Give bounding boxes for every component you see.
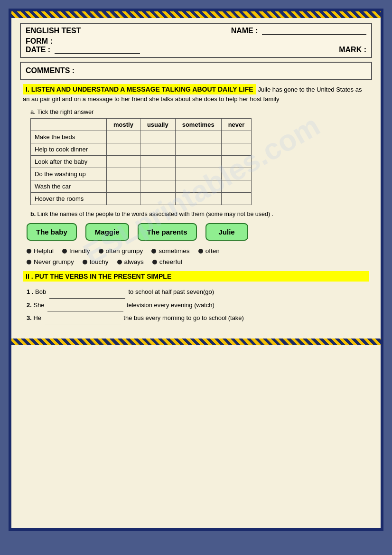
table-row: Help to cook dinner	[31, 143, 107, 155]
exercise-line: 1 . Bob to school at half past seven(go)	[27, 285, 369, 298]
word-item: Never grumpy	[27, 258, 74, 265]
answer-cell[interactable]	[221, 192, 252, 205]
answer-cell[interactable]	[221, 143, 252, 155]
col-empty	[31, 118, 107, 131]
col-usually: usually	[140, 118, 175, 131]
table-row: Hoover the rooms	[31, 192, 107, 205]
exercise-line: 2. She television every evening (watch)	[27, 299, 369, 311]
word-item: often	[198, 247, 220, 254]
part-a-label: a. Tick the right answer	[30, 108, 369, 115]
person-name-box: The baby	[27, 223, 77, 241]
words-row1: Helpfulfriendlyoften grumpysometimesofte…	[23, 247, 369, 254]
answer-cell[interactable]	[140, 131, 175, 143]
answer-cell[interactable]	[140, 168, 175, 180]
name-field: NAME :	[231, 27, 366, 35]
answer-cell[interactable]	[221, 168, 252, 180]
table-row: Look after the baby	[31, 155, 107, 168]
table-row: Make the beds	[31, 131, 107, 143]
bottom-border	[11, 339, 381, 345]
section1: I. LISTEN AND UNDERSTAND A MESSAGE TALKI…	[20, 85, 372, 265]
col-sometimes: sometimes	[175, 118, 221, 131]
answer-cell[interactable]	[175, 192, 221, 205]
exercises: 1 . Bob to school at half past seven(go)…	[23, 285, 369, 324]
answer-cell[interactable]	[175, 168, 221, 180]
word-item: touchy	[83, 258, 109, 265]
part-b: b. Link the names of the people to the w…	[23, 210, 369, 266]
word-item: often grumpy	[99, 247, 143, 254]
name-boxes: The babyMaggieThe parentsJulie	[23, 223, 369, 241]
col-never: never	[221, 118, 252, 131]
answer-cell[interactable]	[107, 143, 140, 155]
fill-blank[interactable]	[45, 324, 121, 324]
answer-cell[interactable]	[107, 168, 140, 180]
comments-box: COMMENTS :	[20, 62, 372, 80]
person-name-box: Maggie	[85, 223, 129, 241]
answer-cell[interactable]	[175, 180, 221, 192]
answer-cell[interactable]	[140, 155, 175, 168]
answer-cell[interactable]	[140, 143, 175, 155]
answer-cell[interactable]	[175, 155, 221, 168]
answer-cell[interactable]	[175, 131, 221, 143]
section2: II . PUT THE VERBS IN THE PRESENT SIMPLE…	[20, 271, 372, 324]
answer-cell[interactable]	[107, 192, 140, 205]
word-item: always	[117, 258, 144, 265]
part-b-desc: b. Link the names of the people to the w…	[23, 210, 369, 219]
answer-cell[interactable]	[175, 143, 221, 155]
words-row2: Never grumpytouchyalwayscheerful	[23, 258, 369, 265]
answer-cell[interactable]	[107, 180, 140, 192]
word-item: Helpful	[27, 247, 54, 254]
date-field: DATE :	[26, 46, 140, 54]
person-name-box: Julie	[205, 223, 248, 241]
answer-cell[interactable]	[221, 180, 252, 192]
exercise-line: 3. He the bus every morning to go to sch…	[27, 311, 369, 324]
word-item: friendly	[62, 247, 90, 254]
table-row: Do the washing up	[31, 168, 107, 180]
col-mostly: mostly	[107, 118, 140, 131]
word-item: cheerful	[152, 258, 182, 265]
mark-field: MARK :	[339, 46, 366, 54]
form-field: FORM :	[26, 37, 53, 46]
answer-cell[interactable]	[140, 180, 175, 192]
section2-title: II . PUT THE VERBS IN THE PRESENT SIMPLE	[23, 271, 369, 282]
answer-table: mostly usually sometimes never Make the …	[30, 118, 252, 205]
top-border	[11, 11, 381, 18]
table-row: Wash the car	[31, 180, 107, 192]
answer-cell[interactable]	[140, 192, 175, 205]
answer-cell[interactable]	[221, 131, 252, 143]
header-box: ENGLISH TEST NAME : FORM : DATE : MARK	[20, 23, 372, 58]
answer-cell[interactable]	[221, 155, 252, 168]
title-label: ENGLISH TEST	[26, 27, 81, 35]
answer-cell[interactable]	[107, 155, 140, 168]
person-name-box: The parents	[138, 223, 197, 241]
word-item: sometimes	[151, 247, 189, 254]
answer-cell[interactable]	[107, 131, 140, 143]
section1-title: I. LISTEN AND UNDERSTAND A MESSAGE TALKI…	[23, 85, 369, 104]
